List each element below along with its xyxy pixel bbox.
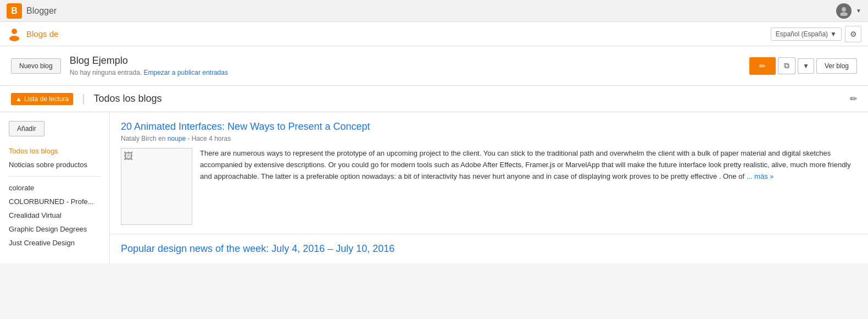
sub-bar-right: Español (España) ▼ ⚙ bbox=[771, 26, 861, 42]
edit-icon: ✏ bbox=[759, 62, 766, 70]
article-1-author-prefix: en bbox=[158, 135, 168, 142]
blogger-title: Blogger bbox=[26, 6, 57, 16]
user-avatar-icon[interactable] bbox=[836, 3, 852, 19]
reading-list-header: ▲ Lista de lectura | Todos los blogs ✏ bbox=[0, 86, 868, 112]
top-bar-right: ▼ bbox=[836, 3, 861, 19]
gear-button[interactable]: ⚙ bbox=[845, 26, 861, 42]
blog-info: Blog Ejemplo No hay ninguna entrada. Emp… bbox=[70, 55, 741, 76]
sidebar-item-graphic-design[interactable]: Graphic Design Degrees bbox=[9, 222, 101, 236]
article-2-title[interactable]: Popular design news of the week: July 4,… bbox=[121, 243, 857, 255]
blogs-de-label: Blogs de bbox=[26, 29, 58, 38]
sidebar-item-colorate[interactable]: colorate bbox=[9, 181, 101, 195]
sub-bar-logo: Blogs de bbox=[7, 26, 58, 42]
person-icon bbox=[7, 26, 22, 42]
reading-list-edit-button[interactable]: ✏ bbox=[850, 94, 857, 104]
svg-point-3 bbox=[9, 36, 19, 41]
article-1-source[interactable]: noupe bbox=[168, 135, 186, 142]
top-bar: B Blogger ▼ bbox=[0, 0, 868, 22]
blog-section: Nuevo blog Blog Ejemplo No hay ninguna e… bbox=[0, 46, 868, 86]
reading-list-separator: | bbox=[82, 92, 85, 105]
more-button[interactable]: ▼ bbox=[798, 58, 814, 74]
blogger-logo: B Blogger bbox=[7, 3, 57, 19]
language-label: Español (España) bbox=[776, 30, 828, 38]
article-1-author: Nataly Birch bbox=[121, 135, 157, 142]
reading-list-badge[interactable]: ▲ Lista de lectura bbox=[11, 93, 73, 105]
user-dropdown-arrow[interactable]: ▼ bbox=[856, 8, 861, 14]
article-1-more-link[interactable]: ... más » bbox=[747, 172, 774, 180]
article-2: Popular design news of the week: July 4,… bbox=[110, 234, 868, 263]
sidebar-item-colorburned[interactable]: COLORBURNED - Profe... bbox=[9, 195, 101, 208]
edit-button[interactable]: ✏ bbox=[749, 57, 776, 75]
article-1-dash: - bbox=[187, 135, 191, 142]
language-selector[interactable]: Español (España) ▼ bbox=[771, 28, 842, 41]
article-1-thumb: 🖼 bbox=[121, 148, 192, 225]
copy-button[interactable]: ⧉ bbox=[778, 57, 795, 74]
sidebar: Añadir Todos los blogs Noticias sobre pr… bbox=[0, 112, 110, 263]
article-1-text: There are numerous ways to represent the… bbox=[200, 148, 857, 225]
article-1-thumb-icon: 🖼 bbox=[124, 151, 133, 162]
sidebar-item-crealidad[interactable]: Crealidad Virtual bbox=[9, 208, 101, 222]
svg-point-0 bbox=[842, 7, 846, 12]
badge-arrow: ▲ bbox=[15, 95, 22, 103]
new-blog-button[interactable]: Nuevo blog bbox=[11, 58, 61, 74]
article-1-time: Hace 4 horas bbox=[192, 135, 231, 142]
copy-icon: ⧉ bbox=[784, 61, 789, 70]
articles-area: 20 Animated Interfaces: New Ways to Pres… bbox=[110, 112, 868, 263]
article-1-meta: Nataly Birch en noupe - Hace 4 horas bbox=[121, 135, 857, 142]
svg-point-2 bbox=[12, 29, 17, 34]
svg-point-1 bbox=[840, 12, 848, 16]
reading-list-subtitle: Todos los blogs bbox=[93, 93, 162, 105]
blog-status: No hay ninguna entrada. Empezar a public… bbox=[70, 69, 741, 76]
sidebar-item-all-blogs[interactable]: Todos los blogs bbox=[9, 144, 101, 158]
sidebar-divider bbox=[9, 176, 101, 177]
sidebar-item-just-creative[interactable]: Just Creative Design bbox=[9, 236, 101, 250]
language-arrow: ▼ bbox=[830, 30, 837, 38]
badge-label: Lista de lectura bbox=[24, 95, 69, 103]
view-blog-button[interactable]: Ver blog bbox=[816, 58, 857, 74]
article-1-body: 🖼 There are numerous ways to represent t… bbox=[121, 148, 857, 225]
blog-status-link[interactable]: Empezar a publicar entradas bbox=[144, 69, 228, 76]
sub-bar: Blogs de Español (España) ▼ ⚙ bbox=[0, 22, 868, 46]
add-button[interactable]: Añadir bbox=[9, 121, 44, 136]
blogger-icon: B bbox=[7, 3, 22, 19]
article-1-title[interactable]: 20 Animated Interfaces: New Ways to Pres… bbox=[121, 121, 857, 133]
blog-name: Blog Ejemplo bbox=[70, 55, 741, 67]
blog-status-text: No hay ninguna entrada. bbox=[70, 69, 142, 76]
article-1: 20 Animated Interfaces: New Ways to Pres… bbox=[110, 112, 868, 234]
blog-actions: ✏ ⧉ ▼ Ver blog bbox=[749, 57, 857, 75]
content-row: Añadir Todos los blogs Noticias sobre pr… bbox=[0, 112, 868, 263]
sidebar-item-news[interactable]: Noticias sobre productos bbox=[9, 158, 101, 172]
